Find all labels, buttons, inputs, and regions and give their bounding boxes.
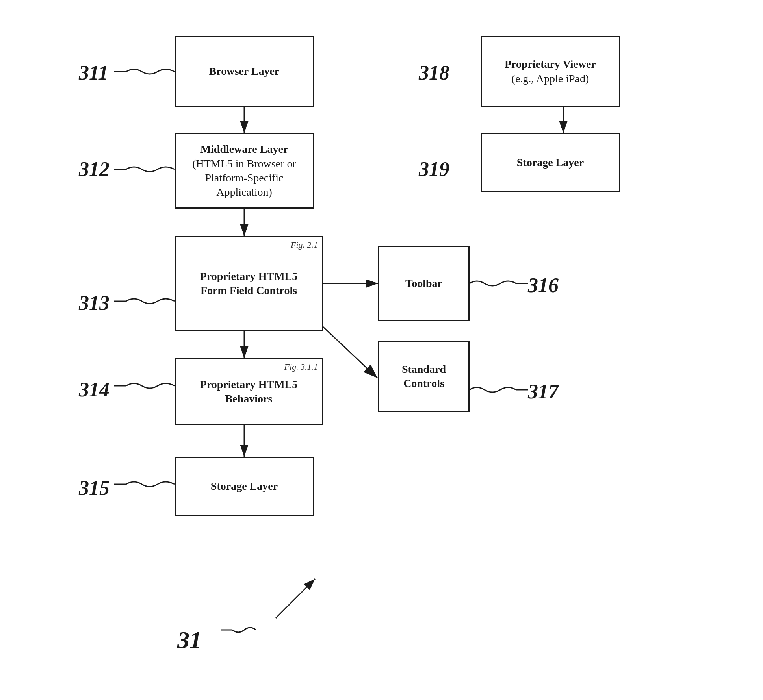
proprietary-behaviors-label: Proprietary HTML5Behaviors <box>200 378 298 406</box>
ref-314: 314 <box>79 378 110 401</box>
svg-line-6 <box>323 327 377 378</box>
browser-layer-box: Browser Layer <box>175 36 314 107</box>
ref-317: 317 <box>528 380 559 403</box>
ref-316: 316 <box>528 274 559 297</box>
fig-label-behaviors: Fig. 3.1.1 <box>284 362 318 372</box>
proprietary-form-box: Fig. 2.1 Proprietary HTML5Form Field Con… <box>175 236 323 331</box>
toolbar-label: Toolbar <box>405 276 442 291</box>
ref-311: 311 <box>79 61 108 84</box>
standard-controls-box: Standard Controls <box>378 341 470 412</box>
proprietary-behaviors-box: Fig. 3.1.1 Proprietary HTML5Behaviors <box>175 358 323 425</box>
middleware-layer-label: Middleware Layer (HTML5 in Browser orPla… <box>192 142 296 200</box>
standard-controls-label: Standard Controls <box>385 362 463 391</box>
proprietary-form-label: Proprietary HTML5Form Field Controls <box>200 269 298 298</box>
ref-319: 319 <box>419 157 449 181</box>
fig-label-form: Fig. 2.1 <box>291 240 318 250</box>
storage-layer-right-label: Storage Layer <box>517 156 584 170</box>
ref-315: 315 <box>79 476 110 500</box>
proprietary-viewer-label: Proprietary Viewer (e.g., Apple iPad) <box>505 57 596 86</box>
storage-layer-left-label: Storage Layer <box>211 479 278 493</box>
middleware-layer-box: Middleware Layer (HTML5 in Browser orPla… <box>175 133 314 209</box>
storage-layer-left-box: Storage Layer <box>175 457 314 516</box>
browser-layer-label: Browser Layer <box>209 64 280 78</box>
ref-313: 313 <box>79 291 110 315</box>
toolbar-box: Toolbar <box>378 246 470 321</box>
ref-312: 312 <box>79 157 110 181</box>
storage-layer-right-box: Storage Layer <box>481 133 620 192</box>
proprietary-viewer-box: Proprietary Viewer (e.g., Apple iPad) <box>481 36 620 107</box>
ref-31: 31 <box>177 626 202 654</box>
svg-line-18 <box>276 579 315 618</box>
ref-318: 318 <box>419 61 449 84</box>
